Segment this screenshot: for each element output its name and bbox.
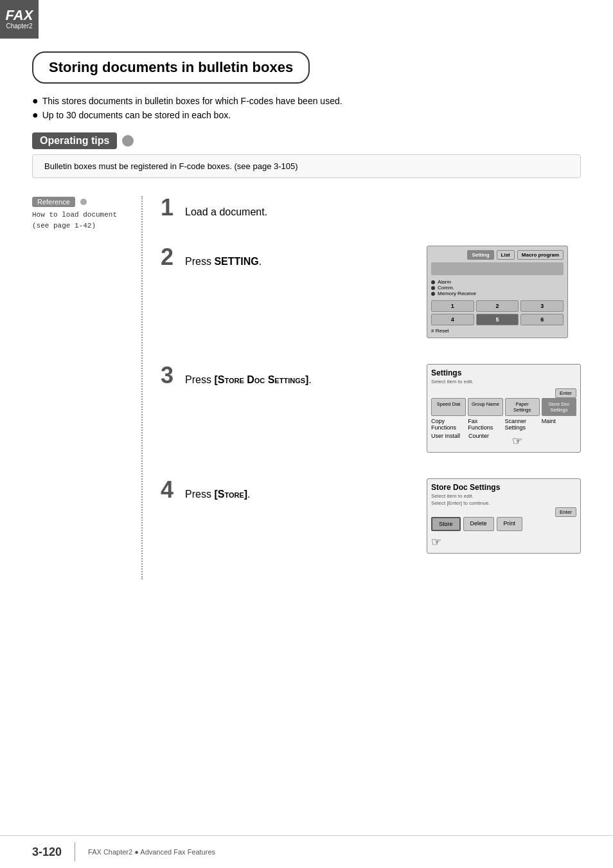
alarm-light: Alarm (431, 279, 564, 285)
step-1-text: Load a document. (185, 204, 267, 220)
step-3-row: 3 Press [Store Doc Settings]. Settings S… (161, 364, 581, 453)
speed-dial-btn[interactable]: Speed Dial (431, 398, 466, 416)
main-content: Storing documents in bulletin boxes This… (0, 0, 613, 618)
step-2-image: Setting List Macro program Alarm Comm. M… (427, 246, 581, 338)
setting-btn: Setting (467, 250, 493, 260)
copy-functions-btn[interactable]: Copy Functions (431, 418, 466, 431)
step-4-text: Press [Store]. (185, 487, 250, 502)
step-3-text: Press [Store Doc Settings]. (185, 372, 312, 388)
user-install-btn[interactable]: User Install (431, 433, 466, 448)
bullet-item-1: This stores documents in bulletin boxes … (32, 95, 581, 107)
footer-text: FAX Chapter2 ● Advanced Fax Features (88, 848, 215, 856)
store-print-btn[interactable]: Print (497, 517, 523, 531)
counter-btn[interactable]: Counter (468, 433, 504, 448)
settings-screen: Settings Select item to edit. Enter Spee… (427, 364, 581, 453)
reference-text: How to load document (see page 1-42) (32, 210, 129, 231)
step-2-header: 2 Press SETTING. (161, 246, 414, 269)
steps-right-col: 1 Load a document. 2 Press SETTING. (148, 196, 581, 579)
store-store-btn[interactable]: Store (431, 517, 461, 531)
step-4-image: Store Doc Settings Select item to edit. … (427, 478, 581, 554)
store-screen-sub2: Select [Enter] to continue. (431, 500, 576, 506)
numpad-1: 1 (431, 300, 474, 312)
step-2-row: 2 Press SETTING. Setting List Macro prog… (161, 246, 581, 338)
step-2-number: 2 (161, 246, 173, 269)
numpad-5: 5 (476, 314, 519, 325)
step-2-content: 2 Press SETTING. (161, 246, 414, 269)
step-4-number: 4 (161, 478, 173, 502)
reference-badge: Reference (32, 197, 75, 207)
bullet-item-2: Up to 30 documents can be stored in each… (32, 109, 581, 121)
step-4-header: 4 Press [Store]. (161, 478, 414, 502)
store-enter-btn[interactable]: Enter (555, 507, 576, 517)
finger-cursor-4: ☞ (431, 535, 441, 549)
store-btn-row: Store Delete Print (431, 517, 576, 531)
store-doc-settings-btn[interactable]: Store Doc Settings (542, 398, 576, 416)
tips-content: Bulletin boxes must be registered in F-c… (32, 154, 581, 178)
step-1-header: 1 Load a document. (161, 196, 581, 220)
step-1-row: 1 Load a document. (161, 196, 581, 220)
footer-separator (75, 842, 75, 862)
numpad-3: 3 (520, 300, 564, 312)
step-4-content: 4 Press [Store]. (161, 478, 414, 502)
store-screen-title: Store Doc Settings (431, 483, 576, 492)
fax-display (431, 262, 564, 275)
tips-header: Operating tips (32, 132, 581, 149)
header-fax-label: FAX (6, 8, 33, 23)
settings-btn-grid: Speed Dial Group Name Paper Settings Sto… (431, 398, 576, 416)
page-title-box: Storing documents in bulletin boxes (32, 51, 310, 84)
fax-panel-screen: Setting List Macro program Alarm Comm. M… (427, 246, 568, 338)
footer-page-number: 3-120 (32, 845, 62, 859)
settings-enter-btn[interactable]: Enter (555, 388, 576, 398)
numpad-4: 4 (431, 314, 474, 325)
page-title: Storing documents in bulletin boxes (49, 59, 293, 76)
header-chapter-label: Chapter2 (6, 23, 32, 30)
step-3-image: Settings Select item to edit. Enter Spee… (427, 364, 581, 453)
store-screen: Store Doc Settings Select item to edit. … (427, 478, 581, 554)
bullet-list: This stores documents in bulletin boxes … (32, 95, 581, 121)
footer: 3-120 FAX Chapter2 ● Advanced Fax Featur… (0, 835, 613, 868)
group-name-btn[interactable]: Group Name (468, 398, 502, 416)
settings-subtitle: Select item to edit. (431, 379, 576, 384)
list-btn: List (497, 250, 515, 260)
fax-functions-btn[interactable]: Fax Functions (468, 418, 502, 431)
step-3-content: 3 Press [Store Doc Settings]. (161, 364, 414, 388)
step-4-row: 4 Press [Store]. Store Doc Settings Sele… (161, 478, 581, 554)
tips-text: Bulletin boxes must be registered in F-c… (44, 161, 298, 171)
dotted-divider (135, 196, 148, 579)
status-lights: Alarm Comm. Memory Receive (431, 279, 564, 296)
step-3-number: 3 (161, 364, 173, 387)
comm-dot (431, 286, 435, 290)
maint-btn[interactable]: Maint (542, 418, 576, 431)
step-1-content: 1 Load a document. (161, 196, 581, 220)
settings-btn-row3: User Install Counter ☞ (431, 433, 576, 448)
reset-label: # Reset (431, 328, 449, 334)
header-bar: FAX Chapter2 (0, 0, 39, 39)
reset-row: # Reset (431, 328, 564, 334)
settings-btn-row2: Copy Functions Fax Functions Scanner Set… (431, 418, 576, 431)
paper-settings-btn[interactable]: Paper Settings (505, 398, 540, 416)
step-2-text: Press SETTING. (185, 254, 262, 269)
left-reference-col: Reference How to load document (see page… (32, 196, 135, 579)
memory-dot (431, 292, 435, 296)
macro-btn: Macro program (517, 250, 564, 260)
steps-area: Reference How to load document (see page… (32, 196, 581, 579)
comm-light: Comm. (431, 285, 564, 291)
reference-circle-icon (80, 199, 87, 205)
ref-line1: How to load document (32, 210, 129, 221)
fax-top-bar: Setting List Macro program (431, 250, 564, 260)
reference-section: Reference How to load document (see page… (32, 196, 129, 231)
tips-title: Operating tips (32, 132, 117, 149)
step-1-number: 1 (161, 196, 173, 219)
store-screen-sub1: Select item to edit. (431, 493, 576, 499)
alarm-dot (431, 280, 435, 284)
numpad-6: 6 (520, 314, 564, 325)
finger-cursor-3: ☞ (512, 434, 522, 448)
memory-light: Memory Receive (431, 291, 564, 296)
tips-circle-icon (122, 135, 134, 147)
settings-title: Settings (431, 368, 576, 377)
numpad-2: 2 (476, 300, 519, 312)
scanner-settings-btn[interactable]: Scanner Settings (505, 418, 540, 431)
numpad: 1 2 3 4 5 6 (431, 300, 564, 325)
store-delete-btn[interactable]: Delete (463, 517, 494, 531)
step-3-header: 3 Press [Store Doc Settings]. (161, 364, 414, 388)
